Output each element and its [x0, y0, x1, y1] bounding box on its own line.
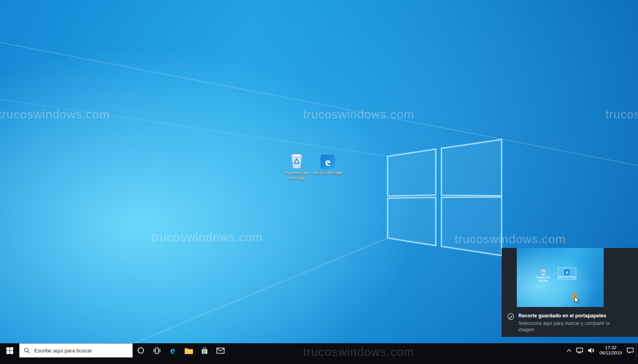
desktop-icon-label: Papelera de reciclaje: [281, 170, 312, 181]
thumbnail-recycle-bin: Papelera de reciclaje: [534, 269, 552, 282]
desktop-icon-microsoft-edge[interactable]: e Microsoft Edge: [312, 152, 343, 175]
desktop-icon-label: Microsoft Edge: [312, 170, 343, 175]
network-button[interactable]: [574, 343, 585, 358]
taskbar-left: e: [0, 343, 228, 358]
click-cursor-icon: [570, 293, 581, 305]
tray-overflow-button[interactable]: [564, 343, 574, 358]
watermark: trucoswindows.com: [605, 108, 638, 121]
edge-taskbar-button[interactable]: e: [165, 343, 181, 358]
tray-date: 06/11/2019: [599, 350, 622, 356]
edge-icon: e: [558, 268, 576, 275]
taskbar-search[interactable]: [19, 343, 133, 358]
watermark: trucoswindows.com: [0, 108, 110, 121]
snip-notification-body[interactable]: Recorte guardado en el portapapeles Sele…: [507, 313, 632, 333]
file-explorer-icon: [185, 347, 193, 354]
tray-time: 17:32: [599, 345, 622, 350]
network-icon: [576, 348, 583, 353]
snip-notification-texts: Recorte guardado en el portapapeles Sele…: [518, 313, 632, 333]
recycle-bin-icon: [281, 152, 312, 169]
clock[interactable]: 17:32 06/11/2019: [597, 345, 624, 356]
action-center-icon: [627, 348, 634, 354]
action-center-button[interactable]: [624, 343, 636, 358]
thumbnail-microsoft-edge-selected: e Microsoft Edge: [558, 268, 576, 280]
thumbnail-icon-label: Microsoft Edge: [558, 275, 576, 279]
cortana-button[interactable]: [133, 343, 149, 358]
volume-button[interactable]: [585, 343, 597, 358]
chevron-up-icon: [567, 349, 571, 352]
notification-title: Recorte guardado en el portapapeles: [518, 313, 632, 319]
taskbar: e: [0, 343, 638, 364]
notification-subtitle: Selecciona aquí para marcar y compartir …: [518, 320, 613, 333]
show-desktop-button[interactable]: [636, 343, 638, 358]
snip-notification-toast[interactable]: Papelera de reciclaje e Microsoft Edge: [502, 248, 638, 337]
mail-icon: [217, 348, 224, 354]
start-button[interactable]: [0, 343, 19, 358]
search-icon: [24, 348, 30, 354]
mail-button[interactable]: [213, 343, 228, 358]
task-view-button[interactable]: [149, 343, 165, 358]
search-input[interactable]: [33, 347, 125, 354]
volume-icon: [588, 348, 595, 353]
edge-icon: e: [312, 152, 343, 169]
edge-icon: e: [170, 345, 175, 356]
task-view-icon: [153, 347, 161, 354]
watermark: trucoswindows.com: [303, 108, 414, 121]
file-explorer-button[interactable]: [181, 343, 197, 358]
recycle-bin-icon: [534, 269, 552, 276]
desktop: trucoswindows.com trucoswindows.com truc…: [0, 0, 638, 364]
desktop-icon-recycle-bin[interactable]: Papelera de reciclaje: [281, 152, 312, 181]
watermark: trucoswindows.com: [152, 230, 263, 244]
cortana-icon: [137, 347, 144, 354]
thumbnail-icon-label: Papelera de reciclaje: [534, 276, 552, 282]
watermark: trucoswindows.com: [455, 232, 566, 246]
store-button[interactable]: [197, 343, 213, 358]
windows-start-icon: [6, 347, 13, 354]
system-tray: 17:32 06/11/2019: [564, 343, 638, 358]
snip-thumbnail[interactable]: Papelera de reciclaje e Microsoft Edge: [517, 248, 604, 307]
store-icon: [201, 347, 208, 354]
screen-sketch-icon: [507, 313, 514, 320]
